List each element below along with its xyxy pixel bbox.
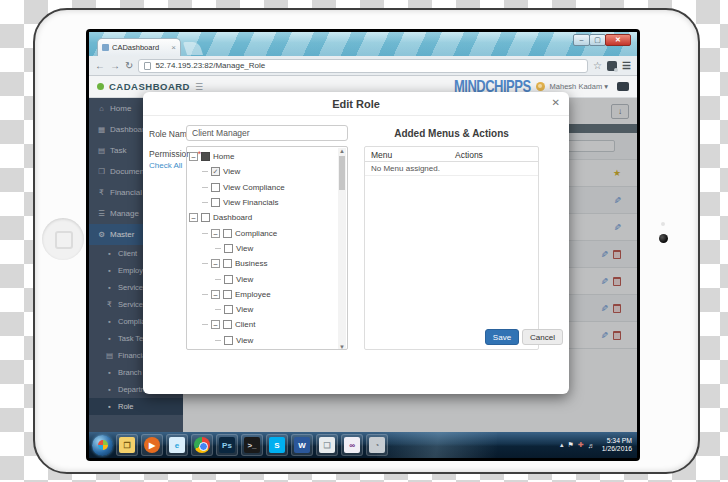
scrollbar-thumb[interactable] [339,156,345,190]
empty-row: No Menu assigned. [365,162,538,176]
tree-connector [215,309,221,310]
visual-studio-icon[interactable]: ∞ [341,434,363,456]
scroll-up-icon[interactable]: ▲ [338,148,346,154]
explorer-icon-tile: ❒ [119,437,135,453]
checkbox-unchecked[interactable] [223,290,232,299]
tree-connector [202,324,208,325]
network-warning-icon[interactable]: ✚ [578,441,584,449]
checkbox-unchecked[interactable] [223,229,232,238]
tree-node-view-compliance[interactable]: View Compliance [189,180,337,195]
url-text: 52.74.195.23:82/Manage_Role [155,61,265,70]
collapse-expander-icon[interactable]: – [211,290,220,299]
swirl-app-icon[interactable]: ◔ [366,434,388,456]
cancel-button[interactable]: Cancel [522,329,563,345]
new-tab-button[interactable] [183,42,203,55]
tree-scrollbar[interactable]: ▲ ▼ [338,148,346,350]
photoshop-icon[interactable]: Ps [216,434,238,456]
tree-connector [202,171,208,172]
volume-icon[interactable]: ♬ [588,442,595,449]
checkbox-unchecked[interactable] [224,336,233,345]
tab-title: CADashboard [112,43,168,52]
tree-connector [202,233,208,234]
reload-icon[interactable]: ↻ [125,61,133,71]
checkbox-unchecked[interactable] [211,198,220,207]
window-minimize-button[interactable]: – [573,34,590,46]
tree-node-compliance[interactable]: –Compliance [189,225,337,240]
tree-node-view[interactable]: View [189,302,337,317]
tree-node-home[interactable]: –Home [189,149,337,164]
checkbox-unchecked[interactable] [224,305,233,314]
generic-app-icon[interactable]: ❏ [316,434,338,456]
checkbox-unchecked[interactable] [201,213,210,222]
tree-node-label: View [236,336,253,345]
checkbox-unchecked[interactable] [223,320,232,329]
hidden-icons-arrow[interactable]: ▴ [560,441,564,449]
internet-explorer-icon[interactable]: e [166,434,188,456]
checkbox-unchecked[interactable] [223,259,232,268]
menu-column-header: Menu [371,150,392,160]
browser-tab[interactable]: CADashboard × [97,38,181,56]
terminal-icon[interactable]: >_ [241,434,263,456]
skype-icon[interactable]: S [266,434,288,456]
tree-node-dashboard[interactable]: –Dashboard [189,210,337,225]
tree-node-business[interactable]: –Business [189,256,337,271]
app-brand[interactable]: CADASHBOARD [109,81,190,92]
collapse-expander-icon[interactable]: – [211,229,220,238]
back-icon[interactable]: ← [95,61,105,71]
transparent-checkerboard-background: CADashboard × – ▢ ✕ ← → ↻ [0,0,728,482]
collapse-expander-icon[interactable]: – [211,259,220,268]
start-button[interactable] [92,435,113,456]
chrome-icon[interactable] [191,434,213,456]
tree-node-label: View [236,305,253,314]
windows-flag-icon [98,440,108,450]
tree-node-label: View Financials [223,198,278,207]
browser-titlebar: CADashboard × – ▢ ✕ [89,32,637,56]
tree-node-view[interactable]: View [189,333,337,348]
save-button[interactable]: Save [485,329,519,345]
collapse-expander-icon[interactable]: – [189,213,198,222]
chat-icon[interactable] [617,82,629,91]
checkbox-unchecked[interactable] [211,183,220,192]
sidebar-toggle-icon[interactable]: ☰ [195,82,203,92]
user-avatar-icon [536,82,545,91]
modal-close-icon[interactable]: ✕ [552,97,560,108]
checkbox-checked[interactable]: ✓ [211,167,220,176]
collapse-expander-icon[interactable]: – [189,152,198,161]
check-all-link[interactable]: Check All [149,161,182,170]
tree-node-client[interactable]: –Client [189,317,337,332]
actions-column-header: Actions [455,150,483,160]
checkbox-dark[interactable] [201,152,210,161]
tree-node-view[interactable]: View [189,241,337,256]
window-maximize-button[interactable]: ▢ [589,34,606,46]
role-name-input[interactable] [186,125,348,141]
checkbox-unchecked[interactable] [224,244,233,253]
explorer-icon[interactable]: ❒ [116,434,138,456]
tablet-home-button[interactable] [42,218,84,260]
tablet-frame: CADashboard × – ▢ ✕ ← → ↻ [33,8,700,474]
url-bar[interactable]: 52.74.195.23:82/Manage_Role [138,59,588,73]
media-player-icon[interactable]: ▶ [141,434,163,456]
window-close-button[interactable]: ✕ [605,34,631,46]
forward-icon[interactable]: → [110,61,120,71]
tab-close-icon[interactable]: × [171,44,176,52]
checkbox-unchecked[interactable] [224,275,233,284]
taskbar-icons: ❒▶ePs>_SW❏∞◔ [116,434,388,456]
tree-node-view[interactable]: ✓View [189,164,337,179]
extension-icon[interactable] [607,61,617,71]
user-menu[interactable]: Mahesh Kadam ▾ [550,82,608,91]
tree-connector [202,294,208,295]
tree-node-view-financials[interactable]: View Financials [189,195,337,210]
chrome-menu-icon[interactable]: ☰ [622,61,631,71]
scroll-down-icon[interactable]: ▼ [338,344,346,350]
tree-node-view[interactable]: View [189,271,337,286]
permissions-tree: –Home✓ViewView ComplianceView Financials… [189,149,337,348]
tablet-camera-icon [659,234,668,243]
tree-node-employee[interactable]: –Employee [189,287,337,302]
taskbar-clock[interactable]: 5:34 PM 1/26/2016 [599,437,632,453]
collapse-expander-icon[interactable]: – [211,320,220,329]
word-icon[interactable]: W [291,434,313,456]
tree-node-label: Dashboard [213,213,252,222]
bookmark-star-icon[interactable]: ☆ [593,61,602,71]
tree-node-label: Client [235,320,255,329]
action-center-flag-icon[interactable]: ⚑ [568,441,574,449]
